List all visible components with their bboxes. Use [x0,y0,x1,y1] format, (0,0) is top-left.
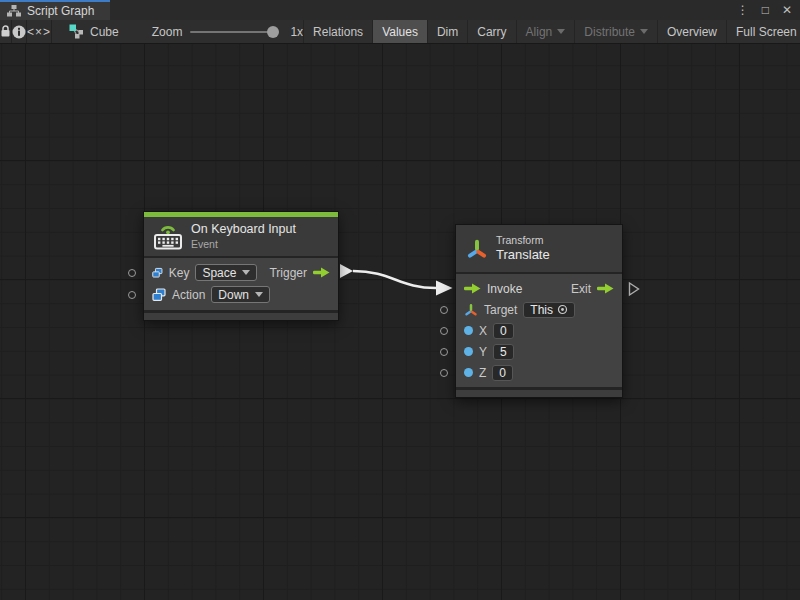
key-label: Key [169,266,190,280]
value-port-icon [464,347,473,356]
chevron-down-icon [557,29,565,34]
action-label: Action [172,288,205,302]
invoke-input-port[interactable] [464,283,481,294]
node-footer [456,390,622,397]
node-header[interactable]: Transform Translate [456,225,622,272]
graph-node-icon [69,24,84,39]
x-value-field[interactable]: 0 [493,323,514,339]
carry-button[interactable]: Carry [467,20,515,43]
lock-icon [0,25,11,38]
value-port-icon [464,326,473,335]
node-header[interactable]: On Keyboard Input Event [144,217,338,256]
x-label: X [479,324,487,338]
y-port-row: Y 5 [456,341,622,362]
key-port-row: Key Space Trigger [144,262,338,284]
node-on-keyboard-input[interactable]: On Keyboard Input Event Key Space Trigge… [143,211,339,321]
node-footer [144,313,338,320]
trigger-label: Trigger [269,266,307,280]
tab-title: Script Graph [27,4,94,18]
action-input-port[interactable] [128,291,136,299]
lock-button[interactable] [0,20,12,43]
node-body: Invoke Exit Target This [456,274,622,387]
node-category: Transform [496,234,550,247]
close-icon[interactable]: ✕ [782,0,792,20]
node-body: Key Space Trigger Action Down [144,258,338,310]
exit-label: Exit [571,282,591,296]
tab-script-graph[interactable]: Script Graph [0,0,110,20]
key-input-port[interactable] [128,269,136,277]
code-view-button[interactable]: <×> [27,20,52,43]
action-port-row: Action Down [144,284,338,306]
z-input-port[interactable] [440,369,448,377]
graph-hierarchy-icon [7,5,21,17]
fullscreen-button[interactable]: Full Screen [726,20,800,43]
chevron-down-icon [242,270,250,275]
chevron-down-icon [640,29,648,34]
node-translate[interactable]: Transform Translate Invoke Exit Target [455,224,623,398]
key-dropdown[interactable]: Space [195,264,257,281]
object-picker-icon[interactable] [557,304,568,315]
invoke-label: Invoke [487,282,522,296]
graph-toolbar: <×> Cube Zoom 1x Relations Values Dim Ca… [0,20,800,44]
z-port-row: Z 0 [456,362,622,383]
code-icon: <×> [27,25,51,39]
invoke-exit-row: Invoke Exit [456,278,622,299]
zoom-control: Zoom 1x [119,20,303,43]
connection-wire[interactable] [0,44,800,600]
align-dropdown-button[interactable]: Align [516,20,575,43]
overview-button[interactable]: Overview [657,20,726,43]
value-port-icon [464,368,473,377]
exit-flow-triangle[interactable] [628,281,640,296]
transform-gizmo-icon [464,303,478,317]
target-label: Target [484,303,517,317]
zoom-slider-handle[interactable] [267,26,279,38]
values-button[interactable]: Values [372,20,427,43]
x-input-port[interactable] [440,327,448,335]
toolbar-toggle-group: Relations Values Dim Carry Align Distrib… [303,20,800,43]
maximize-icon[interactable]: □ [762,0,769,20]
relations-button[interactable]: Relations [303,20,372,43]
context-label: Cube [90,25,119,39]
info-icon [12,25,26,39]
action-literal-icon [152,288,166,302]
distribute-dropdown-button[interactable]: Distribute [574,20,657,43]
y-label: Y [479,345,487,359]
x-port-row: X 0 [456,320,622,341]
z-label: Z [479,366,486,380]
node-title: Translate [496,247,550,263]
node-title: On Keyboard Input [191,222,296,238]
zoom-value: 1x [290,25,303,39]
y-value-field[interactable]: 5 [493,344,514,360]
exit-output-port[interactable] [597,283,614,294]
trigger-output-port[interactable] [313,267,330,278]
node-subtitle: Event [191,238,296,251]
y-input-port[interactable] [440,348,448,356]
dim-button[interactable]: Dim [427,20,467,43]
target-value-box[interactable]: This [523,302,575,318]
window-menu-icon[interactable]: ⋮ [737,0,749,20]
zoom-label: Zoom [152,25,183,39]
graph-canvas[interactable]: On Keyboard Input Event Key Space Trigge… [0,44,800,600]
transform-gizmo-icon [466,238,488,260]
target-port-row: Target This [456,299,622,320]
keyboard-event-icon [153,223,183,250]
keycode-literal-icon [152,266,163,280]
action-dropdown[interactable]: Down [211,286,270,303]
z-value-field[interactable]: 0 [492,365,513,381]
graph-context[interactable]: Cube [52,20,119,43]
zoom-slider[interactable] [190,31,274,33]
window-titlebar: Script Graph ⋮ □ ✕ [0,0,800,20]
chevron-down-icon [255,292,263,297]
info-button[interactable] [12,20,27,43]
target-input-port[interactable] [440,306,448,314]
